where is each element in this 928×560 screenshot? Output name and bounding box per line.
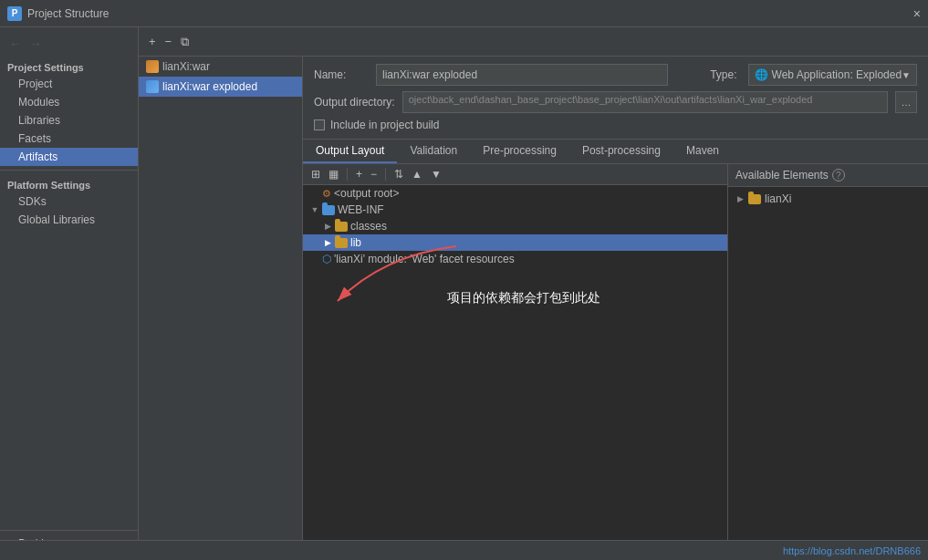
artifact-exploded-icon: [146, 80, 159, 93]
artifact-list-pane: lianXi:war lianXi:war exploded: [139, 57, 303, 560]
remove-artifact-button[interactable]: −: [162, 33, 175, 50]
available-elements-label: Available Elements: [735, 169, 829, 181]
sidebar-item-label: SDKs: [18, 195, 47, 208]
output-dir-input[interactable]: oject\back_end\dashan_base_project\base_…: [402, 91, 888, 113]
flatten-packages-button[interactable]: ⊞: [308, 167, 323, 181]
include-build-checkbox[interactable]: [314, 119, 325, 130]
sidebar-item-sdks[interactable]: SDKs: [0, 192, 138, 211]
type-select[interactable]: 🌐 Web Application: Exploded ▼: [748, 64, 917, 86]
tree-item-label: <output root>: [334, 187, 399, 200]
artifact-war-label: lianXi:war: [162, 60, 210, 73]
tab-output-layout[interactable]: Output Layout: [303, 140, 397, 163]
toolbar-separator-2: [385, 168, 386, 181]
bottom-link[interactable]: https://blog.csdn.net/DRNB666: [783, 545, 921, 556]
sidebar-item-project[interactable]: Project: [0, 75, 138, 93]
project-settings-heading: Project Settings: [0, 57, 138, 75]
sidebar-item-artifacts[interactable]: Artifacts: [0, 148, 138, 166]
tree-item-facet-resources[interactable]: ⬡ 'lianXi' module: 'Web' facet resources: [303, 251, 727, 267]
help-icon[interactable]: ?: [832, 169, 845, 181]
config-tabs: Output Layout Validation Pre-processing …: [303, 140, 928, 164]
split-pane: lianXi:war lianXi:war exploded Name: Typ…: [139, 57, 928, 560]
output-dir-row: Output directory: oject\back_end\dashan_…: [314, 91, 917, 113]
sidebar-divider-2: [0, 530, 138, 531]
name-label: Name:: [314, 68, 369, 81]
sidebar-item-facets[interactable]: Facets: [0, 130, 138, 148]
output-layout-area: ⊞ ▦ + − ⇅ ▲ ▼: [303, 164, 928, 560]
show-dir-button[interactable]: ▦: [326, 167, 341, 181]
tree-item-label: WEB-INF: [338, 203, 384, 216]
sidebar-item-label: Modules: [18, 96, 59, 109]
sidebar-divider: [0, 170, 138, 171]
sidebar-item-modules[interactable]: Modules: [0, 93, 138, 111]
tab-post-processing[interactable]: Post-processing: [569, 140, 673, 163]
name-row: Name: Type: 🌐 Web Application: Exploded …: [314, 64, 917, 86]
sidebar: ← → Project Settings Project Modules Lib…: [0, 27, 139, 560]
module-icon: ⬡: [322, 253, 331, 265]
output-tree: ⚙ <output root> ▼ WEB-INF ▶: [303, 185, 727, 560]
sidebar-item-libraries[interactable]: Libraries: [0, 111, 138, 130]
sidebar-item-label: Facets: [18, 132, 51, 145]
browse-button[interactable]: …: [895, 91, 917, 113]
available-tree: ▶ lianXi: [728, 187, 928, 560]
layout-toolbar: ⊞ ▦ + − ⇅ ▲ ▼: [303, 164, 727, 185]
sidebar-item-label: Libraries: [18, 114, 60, 127]
move-down-button[interactable]: ▼: [428, 167, 444, 181]
type-select-icon: 🌐: [755, 68, 768, 81]
title-bar-text: Project Structure: [27, 7, 109, 20]
artifact-war-icon: [146, 60, 159, 73]
artifact-toolbar: + − ⧉: [139, 27, 928, 57]
title-bar: P Project Structure ×: [0, 0, 928, 27]
tree-item-web-inf[interactable]: ▼ WEB-INF: [303, 202, 727, 218]
copy-artifact-button[interactable]: ⧉: [178, 33, 192, 51]
avail-item-lianxi[interactable]: ▶ lianXi: [728, 191, 928, 207]
bottom-bar: https://blog.csdn.net/DRNB666: [0, 540, 928, 560]
include-build-row: Include in project build: [314, 119, 917, 131]
main-layout: ← → Project Settings Project Modules Lib…: [0, 27, 928, 560]
sidebar-item-label: Global Libraries: [18, 213, 95, 226]
add-artifact-button[interactable]: +: [146, 33, 159, 50]
output-dir-label: Output directory:: [314, 96, 395, 109]
nav-forward-button[interactable]: →: [27, 35, 44, 53]
tree-toggle: ▼: [310, 205, 319, 214]
remove-element-button[interactable]: −: [368, 167, 380, 181]
tree-item-label: 'lianXi' module: 'Web' facet resources: [334, 253, 515, 265]
content-area: + − ⧉ lianXi:war lianXi:war exploded: [139, 27, 928, 560]
tree-item-classes[interactable]: ▶ classes: [303, 218, 727, 234]
folder-icon-webinf: [322, 205, 335, 215]
type-label: Type:: [710, 68, 736, 81]
folder-icon-lib: [335, 238, 348, 248]
artifact-item-war[interactable]: lianXi:war: [139, 57, 302, 77]
sort-button[interactable]: ⇅: [391, 167, 406, 181]
avail-item-label: lianXi: [765, 192, 791, 205]
tree-section: ⊞ ▦ + − ⇅ ▲ ▼: [303, 164, 727, 560]
tree-toggle: [310, 189, 319, 198]
tree-toggle: ▶: [323, 222, 332, 231]
sidebar-item-global-libraries[interactable]: Global Libraries: [0, 211, 138, 229]
type-select-value: Web Application: Exploded: [772, 68, 902, 81]
toolbar-separator: [347, 168, 348, 181]
add-element-button[interactable]: +: [353, 167, 365, 181]
tree-item-label: classes: [350, 220, 387, 233]
include-build-label: Include in project build: [330, 119, 439, 131]
tree-item-output-root[interactable]: ⚙ <output root>: [303, 185, 727, 202]
app-icon: P: [7, 6, 22, 21]
nav-back-button[interactable]: ←: [7, 35, 24, 53]
artifact-exploded-label: lianXi:war exploded: [162, 80, 257, 93]
avail-tree-toggle: ▶: [735, 194, 745, 203]
tab-maven[interactable]: Maven: [673, 140, 732, 163]
tab-pre-processing[interactable]: Pre-processing: [470, 140, 569, 163]
tab-validation[interactable]: Validation: [397, 140, 470, 163]
close-button[interactable]: ×: [913, 6, 921, 21]
sidebar-item-label: Artifacts: [18, 150, 57, 163]
tree-item-label: lib: [350, 236, 361, 249]
tree-item-lib[interactable]: ▶ lib: [303, 234, 727, 251]
name-input[interactable]: [376, 64, 668, 86]
move-up-button[interactable]: ▲: [409, 167, 425, 181]
avail-folder-icon: [748, 194, 761, 204]
sidebar-nav-bar: ← →: [0, 31, 138, 57]
type-select-chevron: ▼: [902, 70, 911, 80]
artifact-item-exploded[interactable]: lianXi:war exploded: [139, 77, 302, 97]
config-pane: Name: Type: 🌐 Web Application: Exploded …: [303, 57, 928, 560]
settings-icon: ⚙: [322, 188, 331, 200]
folder-icon-classes: [335, 222, 348, 232]
